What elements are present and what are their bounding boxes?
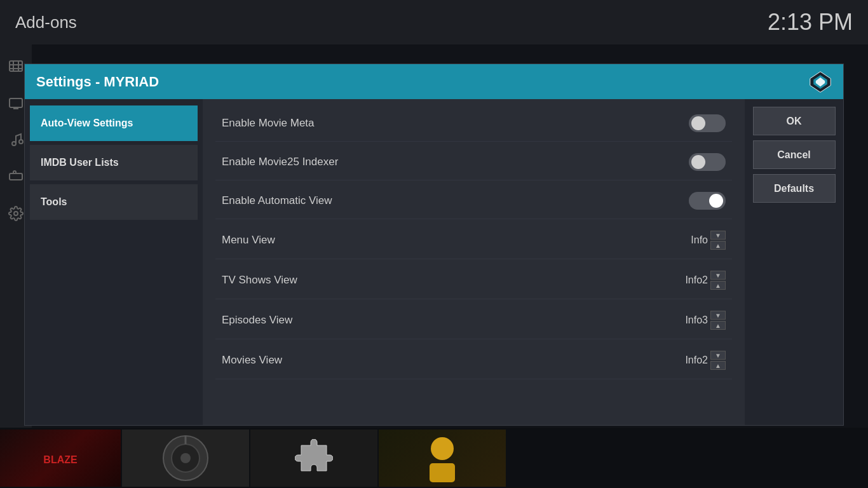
enable-movie25-indexer-control xyxy=(689,153,726,171)
clock: 2:13 PM xyxy=(768,9,853,36)
enable-automatic-view-toggle[interactable] xyxy=(689,192,726,210)
menu-view-arrow-group: ▼ ▲ xyxy=(710,231,726,250)
episodes-view-up-arrow[interactable]: ▲ xyxy=(710,321,726,330)
movies-view-label: Movies View xyxy=(222,354,282,367)
thumbnail-3-content xyxy=(295,439,333,477)
movies-view-value: Info2 xyxy=(670,355,708,366)
episodes-view-value: Info3 xyxy=(670,315,708,326)
thumbnail-2 xyxy=(122,430,249,487)
sidebar-icon-music[interactable] xyxy=(7,131,25,149)
sidebar-icon-tv[interactable] xyxy=(7,94,25,112)
kodi-logo-icon xyxy=(809,71,832,93)
toggle-knob xyxy=(691,116,705,130)
thumbnail-4 xyxy=(379,430,506,487)
tv-shows-view-down-arrow[interactable]: ▼ xyxy=(710,271,726,280)
sidebar-icon-movies[interactable] xyxy=(7,57,25,75)
settings-dialog: Settings - MYRIAD Auto-View Settings IMD… xyxy=(24,64,844,426)
menu-view-down-arrow[interactable]: ▼ xyxy=(710,231,726,240)
episodes-view-arrow-group: ▼ ▲ xyxy=(710,311,726,330)
svg-point-7 xyxy=(19,140,23,144)
episodes-view-down-arrow[interactable]: ▼ xyxy=(710,311,726,320)
nav-item-auto-view[interactable]: Auto-View Settings xyxy=(30,105,198,141)
enable-movie-meta-label: Enable Movie Meta xyxy=(222,117,315,130)
svg-point-14 xyxy=(180,453,191,463)
episodes-view-control: Info3 ▼ ▲ xyxy=(670,311,726,330)
tv-shows-view-value: Info2 xyxy=(670,274,708,286)
svg-rect-0 xyxy=(10,61,22,71)
defaults-button[interactable]: Defaults xyxy=(753,174,836,203)
action-panel: OK Cancel Defaults xyxy=(745,99,843,425)
tv-shows-view-control: Info2 ▼ ▲ xyxy=(670,271,726,290)
menu-view-up-arrow[interactable]: ▲ xyxy=(710,241,726,250)
menu-view-label: Menu View xyxy=(222,234,275,247)
app-title: Add-ons xyxy=(15,13,77,32)
movies-view-down-arrow[interactable]: ▼ xyxy=(710,351,726,360)
nav-item-tools[interactable]: Tools xyxy=(30,184,198,220)
setting-row-movies-view: Movies View Info2 ▼ ▲ xyxy=(215,342,732,379)
topbar: Add-ons 2:13 PM xyxy=(0,0,868,44)
enable-movie-meta-toggle[interactable] xyxy=(689,114,726,132)
enable-movie25-indexer-label: Enable Movie25 Indexer xyxy=(222,156,338,168)
thumbnail-3 xyxy=(250,430,377,487)
thumbnail-4-content xyxy=(420,433,465,484)
enable-movie25-indexer-toggle[interactable] xyxy=(689,153,726,171)
dialog-title: Settings - MYRIAD xyxy=(36,74,159,90)
setting-row-menu-view: Menu View Info ▼ ▲ xyxy=(215,222,732,259)
setting-row-episodes-view: Episodes View Info3 ▼ ▲ xyxy=(215,302,732,339)
svg-point-16 xyxy=(431,437,454,460)
movies-view-up-arrow[interactable]: ▲ xyxy=(710,361,726,370)
nav-item-imdb[interactable]: IMDB User Lists xyxy=(30,145,198,180)
setting-row-enable-movie-meta: Enable Movie Meta xyxy=(215,105,732,142)
setting-row-tv-shows-view: TV Shows View Info2 ▼ ▲ xyxy=(215,262,732,299)
setting-row-enable-automatic-view: Enable Automatic View xyxy=(215,183,732,219)
thumbnail-1-content: BLAZE xyxy=(16,439,105,477)
thumbnail-1: BLAZE xyxy=(0,430,121,487)
toggle-knob xyxy=(691,155,705,169)
episodes-view-label: Episodes View xyxy=(222,314,292,327)
svg-rect-5 xyxy=(10,98,22,107)
toggle-knob xyxy=(709,194,723,208)
svg-rect-17 xyxy=(430,463,455,482)
settings-content: Enable Movie Meta Enable Movie25 Indexer xyxy=(203,99,745,425)
enable-automatic-view-control xyxy=(689,192,726,210)
tv-shows-view-up-arrow[interactable]: ▲ xyxy=(710,281,726,290)
thumbnail-2-content xyxy=(160,433,211,484)
tv-shows-view-label: TV Shows View xyxy=(222,274,297,287)
dialog-body: Auto-View Settings IMDB User Lists Tools… xyxy=(25,99,843,425)
movies-view-control: Info2 ▼ ▲ xyxy=(670,351,726,370)
sidebar-icon-addons[interactable] xyxy=(7,168,25,186)
ok-button[interactable]: OK xyxy=(753,107,836,135)
cancel-button[interactable]: Cancel xyxy=(753,140,836,169)
thumbnails-bar: BLAZE xyxy=(0,428,868,488)
menu-view-control: Info ▼ ▲ xyxy=(670,231,726,250)
tv-shows-view-arrow-group: ▼ ▲ xyxy=(710,271,726,290)
enable-movie-meta-control xyxy=(689,114,726,132)
svg-text:BLAZE: BLAZE xyxy=(43,454,78,465)
setting-row-enable-movie25-indexer: Enable Movie25 Indexer xyxy=(215,144,732,180)
sidebar-icon-settings[interactable] xyxy=(7,205,25,222)
movies-view-arrow-group: ▼ ▲ xyxy=(710,351,726,370)
menu-view-value: Info xyxy=(670,234,708,246)
nav-panel: Auto-View Settings IMDB User Lists Tools xyxy=(25,99,203,425)
dialog-header: Settings - MYRIAD xyxy=(25,64,843,99)
enable-automatic-view-label: Enable Automatic View xyxy=(222,194,332,207)
